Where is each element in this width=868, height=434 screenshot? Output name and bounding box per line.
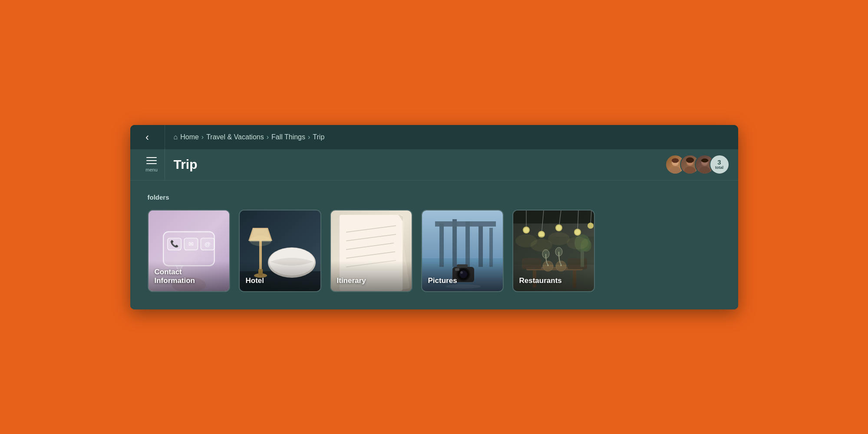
svg-point-5 [684, 167, 696, 174]
svg-text:@: @ [205, 241, 211, 247]
svg-rect-59 [513, 210, 595, 224]
breadcrumb-label-home: Home [180, 133, 199, 141]
header-bar: menu Trip [130, 149, 738, 181]
svg-rect-45 [465, 221, 470, 267]
folder-label-contact-information: ContactInformation [155, 268, 195, 285]
folder-label-pictures: Pictures [428, 276, 457, 285]
svg-point-3 [671, 158, 678, 163]
svg-point-68 [556, 225, 561, 230]
breadcrumb-item-fall[interactable]: Fall Things [271, 133, 305, 141]
svg-point-30 [250, 236, 271, 246]
breadcrumb-label-travel: Travel & Vacations [206, 133, 264, 141]
hamburger-line-2 [146, 160, 157, 161]
menu-button[interactable]: menu [139, 149, 165, 180]
card-overlay [513, 261, 594, 291]
card-overlay [331, 261, 412, 291]
home-icon: ⌂ [174, 133, 178, 141]
folder-card-restaurants[interactable]: Restaurants [512, 210, 595, 292]
main-content: folders [130, 181, 738, 309]
svg-point-7 [686, 158, 693, 163]
breadcrumb-bar: ‹ ⌂ Home › Travel & Vacations › Fall Thi… [130, 125, 738, 149]
hamburger-line-1 [146, 157, 157, 158]
back-icon: ‹ [145, 131, 149, 143]
folder-card-itinerary[interactable]: Itinerary [330, 210, 413, 292]
hamburger-line-3 [146, 163, 157, 164]
page-title: Trip [174, 157, 665, 172]
app-window: ‹ ⌂ Home › Travel & Vacations › Fall Thi… [130, 125, 738, 309]
breadcrumb: ⌂ Home › Travel & Vacations › Fall Thing… [165, 133, 325, 141]
users-total-badge: 3 total [710, 155, 729, 174]
svg-point-89 [548, 232, 570, 245]
folder-label-restaurants: Restaurants [519, 276, 562, 285]
svg-point-71 [575, 230, 580, 235]
folders-grid: 📞 ✉ @ [148, 210, 721, 292]
folder-card-pictures[interactable]: Pictures [421, 210, 504, 292]
svg-point-65 [539, 232, 544, 237]
svg-point-1 [670, 167, 681, 174]
breadcrumb-item-home[interactable]: ⌂ Home [174, 133, 199, 141]
users-total-label: total [715, 166, 723, 170]
svg-point-11 [701, 158, 708, 162]
svg-rect-43 [439, 224, 444, 267]
svg-rect-48 [435, 221, 496, 227]
svg-point-73 [587, 223, 594, 229]
svg-text:📞: 📞 [170, 240, 178, 248]
breadcrumb-separator-2: › [267, 133, 269, 141]
svg-point-62 [524, 227, 529, 233]
folder-card-contact-information[interactable]: 📞 ✉ @ [148, 210, 230, 292]
card-overlay [240, 261, 320, 291]
folder-label-hotel: Hotel [246, 276, 264, 285]
user-avatars: 3 total [665, 155, 729, 174]
breadcrumb-separator-3: › [308, 133, 310, 141]
breadcrumb-item-travel[interactable]: Travel & Vacations [206, 133, 264, 141]
folder-card-hotel[interactable]: Hotel [239, 210, 321, 292]
breadcrumb-label-trip: Trip [313, 133, 324, 141]
folders-label: folders [148, 194, 721, 201]
svg-text:✉: ✉ [188, 241, 193, 247]
users-count: 3 [717, 159, 721, 166]
svg-point-9 [699, 167, 710, 174]
svg-point-90 [567, 237, 588, 250]
breadcrumb-label-fall: Fall Things [271, 133, 305, 141]
back-button[interactable]: ‹ [130, 125, 165, 149]
breadcrumb-item-trip[interactable]: Trip [313, 133, 324, 141]
card-overlay [422, 261, 503, 291]
menu-label: menu [145, 167, 158, 172]
breadcrumb-separator-1: › [201, 133, 204, 141]
folder-label-itinerary: Itinerary [337, 276, 366, 285]
